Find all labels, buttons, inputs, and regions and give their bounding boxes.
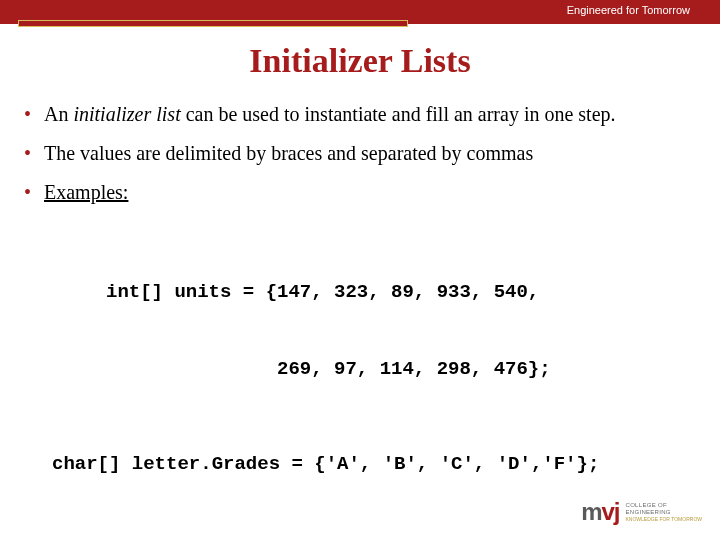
accent-block [18, 20, 408, 27]
bullet-text-pre: An [44, 103, 73, 125]
bullet-item: An initializer list can be used to insta… [22, 102, 698, 127]
bullet-text: The values are delimited by braces and s… [44, 142, 533, 164]
logo-sub: KNOWLEDGE FOR TOMORROW [626, 516, 702, 522]
bullet-item: The values are delimited by braces and s… [22, 141, 698, 166]
logo-mark: mvj [581, 498, 619, 526]
bullet-text-post: can be used to instantiate and fill an a… [181, 103, 616, 125]
logo-vj: vj [602, 498, 620, 525]
code-example-1: int[] units = {147, 323, 89, 933, 540, 2… [22, 229, 698, 529]
logo-m: m [581, 498, 601, 525]
bullet-item: Examples: [22, 180, 698, 205]
content-area: An initializer list can be used to insta… [0, 80, 720, 529]
bullet-list: An initializer list can be used to insta… [22, 102, 698, 205]
code-line: int[] units = {147, 323, 89, 933, 540, [52, 280, 698, 306]
logo-text-block: COLLEGE OF ENGINEERING KNOWLEDGE FOR TOM… [626, 502, 702, 522]
logo-line2: ENGINEERING [626, 509, 702, 516]
tagline: Engineered for Tomorrow [567, 4, 690, 16]
slide-title: Initializer Lists [0, 42, 720, 80]
code-line: 269, 97, 114, 298, 476}; [52, 357, 698, 383]
logo-line1: COLLEGE OF [626, 502, 702, 509]
code-line: char[] letter.Grades = {'A', 'B', 'C', '… [52, 452, 698, 478]
bullet-text-em: initializer list [73, 103, 180, 125]
bullet-text: Examples: [44, 181, 128, 203]
footer-logo: mvj COLLEGE OF ENGINEERING KNOWLEDGE FOR… [581, 498, 702, 526]
